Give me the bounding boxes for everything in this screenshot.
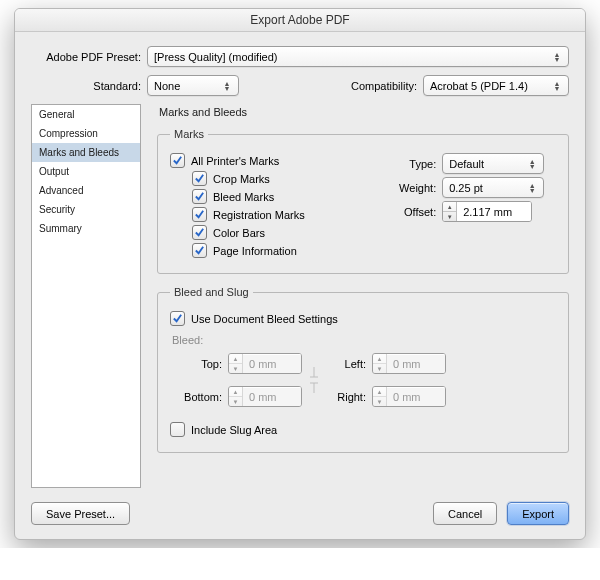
sidebar-item-summary[interactable]: Summary <box>32 219 140 238</box>
check-crop-marks[interactable]: Crop Marks <box>192 171 376 186</box>
checkbox-icon <box>170 311 185 326</box>
check-use-document-bleed[interactable]: Use Document Bleed Settings <box>170 311 556 326</box>
type-value: Default <box>449 158 484 170</box>
updown-icon: ▲▼ <box>552 81 562 91</box>
sidebar-item-general[interactable]: General <box>32 105 140 124</box>
main-area: General Compression Marks and Bleeds Out… <box>31 104 569 488</box>
marks-legend: Marks <box>170 128 208 140</box>
dialog-footer: Save Preset... Cancel Export <box>15 502 585 539</box>
bleed-left-label: Left: <box>326 358 372 370</box>
standard-label: Standard: <box>31 80 147 92</box>
preset-select[interactable]: [Press Quality] (modified) ▲▼ <box>147 46 569 67</box>
type-label: Type: <box>384 158 442 170</box>
stepper-icon: ▲▼ <box>229 387 243 406</box>
checkbox-icon <box>192 225 207 240</box>
page-information-label: Page Information <box>213 245 297 257</box>
bleed-slug-legend: Bleed and Slug <box>170 286 253 298</box>
checkbox-icon <box>192 207 207 222</box>
stepper-icon: ▲▼ <box>229 354 243 373</box>
compat-value: Acrobat 5 (PDF 1.4) <box>430 80 528 92</box>
checkbox-icon <box>192 189 207 204</box>
link-bleed-icon <box>302 365 326 395</box>
stepper-icon: ▲▼ <box>373 354 387 373</box>
bleed-right-label: Right: <box>326 391 372 403</box>
cancel-label: Cancel <box>448 508 482 520</box>
standard-compat-row: Standard: None ▲▼ Compatibility: Acrobat… <box>31 75 569 96</box>
type-select[interactable]: Default ▲▼ <box>442 153 544 174</box>
preset-value: [Press Quality] (modified) <box>154 51 277 63</box>
export-pdf-window: Export Adobe PDF Adobe PDF Preset: [Pres… <box>14 8 586 540</box>
bleed-label: Bleed: <box>172 334 556 346</box>
checkbox-icon <box>192 243 207 258</box>
all-printers-marks-label: All Printer's Marks <box>191 155 279 167</box>
check-registration-marks[interactable]: Registration Marks <box>192 207 376 222</box>
standard-value: None <box>154 80 180 92</box>
color-bars-label: Color Bars <box>213 227 265 239</box>
stepper-icon: ▲▼ <box>373 387 387 406</box>
compat-label: Compatibility: <box>351 80 423 92</box>
checkbox-icon <box>170 153 185 168</box>
include-slug-label: Include Slug Area <box>191 424 277 436</box>
window-title: Export Adobe PDF <box>15 9 585 32</box>
panel-title: Marks and Bleeds <box>159 106 569 118</box>
check-bleed-marks[interactable]: Bleed Marks <box>192 189 376 204</box>
checkbox-icon <box>170 422 185 437</box>
crop-marks-label: Crop Marks <box>213 173 270 185</box>
use-document-bleed-label: Use Document Bleed Settings <box>191 313 338 325</box>
check-page-information[interactable]: Page Information <box>192 243 376 258</box>
sidebar-item-advanced[interactable]: Advanced <box>32 181 140 200</box>
export-button[interactable]: Export <box>507 502 569 525</box>
updown-icon: ▲▼ <box>527 159 537 169</box>
sidebar-item-compression[interactable]: Compression <box>32 124 140 143</box>
registration-marks-label: Registration Marks <box>213 209 305 221</box>
weight-label: Weight: <box>384 182 442 194</box>
check-all-printers-marks[interactable]: All Printer's Marks <box>170 153 376 168</box>
updown-icon: ▲▼ <box>222 81 232 91</box>
updown-icon: ▲▼ <box>527 183 537 193</box>
offset-value: 2.117 mm <box>457 202 531 221</box>
standard-select[interactable]: None ▲▼ <box>147 75 239 96</box>
bleed-bottom-value: 0 mm <box>243 387 301 406</box>
marks-group: Marks All Printer's Marks Cro <box>157 128 569 274</box>
bleed-top-label: Top: <box>170 358 228 370</box>
save-preset-button[interactable]: Save Preset... <box>31 502 130 525</box>
updown-icon: ▲▼ <box>552 52 562 62</box>
preset-row: Adobe PDF Preset: [Press Quality] (modif… <box>31 46 569 67</box>
cancel-button[interactable]: Cancel <box>433 502 497 525</box>
save-preset-label: Save Preset... <box>46 508 115 520</box>
bleed-left-value: 0 mm <box>387 354 445 373</box>
weight-select[interactable]: 0.25 pt ▲▼ <box>442 177 544 198</box>
check-include-slug[interactable]: Include Slug Area <box>170 422 556 437</box>
panel-marks-and-bleeds: Marks and Bleeds Marks All Printer's Mar… <box>141 104 569 488</box>
content-area: Adobe PDF Preset: [Press Quality] (modif… <box>15 32 585 502</box>
bleed-right-field: ▲▼ 0 mm <box>372 386 446 407</box>
checkbox-icon <box>192 171 207 186</box>
bleed-bottom-field: ▲▼ 0 mm <box>228 386 302 407</box>
weight-value: 0.25 pt <box>449 182 483 194</box>
bleed-top-field: ▲▼ 0 mm <box>228 353 302 374</box>
sidebar-item-security[interactable]: Security <box>32 200 140 219</box>
bleed-slug-group: Bleed and Slug Use Document Bleed Settin… <box>157 286 569 453</box>
compatibility-select[interactable]: Acrobat 5 (PDF 1.4) ▲▼ <box>423 75 569 96</box>
bleed-left-field: ▲▼ 0 mm <box>372 353 446 374</box>
preset-label: Adobe PDF Preset: <box>31 51 147 63</box>
check-color-bars[interactable]: Color Bars <box>192 225 376 240</box>
bleed-top-value: 0 mm <box>243 354 301 373</box>
offset-label: Offset: <box>384 206 442 218</box>
bleed-bottom-label: Bottom: <box>170 391 228 403</box>
sidebar-item-marks-and-bleeds[interactable]: Marks and Bleeds <box>32 143 140 162</box>
bleed-marks-label: Bleed Marks <box>213 191 274 203</box>
category-sidebar: General Compression Marks and Bleeds Out… <box>31 104 141 488</box>
sidebar-item-output[interactable]: Output <box>32 162 140 181</box>
stepper-icon[interactable]: ▲▼ <box>443 202 457 221</box>
export-label: Export <box>522 508 554 520</box>
offset-field[interactable]: ▲▼ 2.117 mm <box>442 201 532 222</box>
bleed-right-value: 0 mm <box>387 387 445 406</box>
